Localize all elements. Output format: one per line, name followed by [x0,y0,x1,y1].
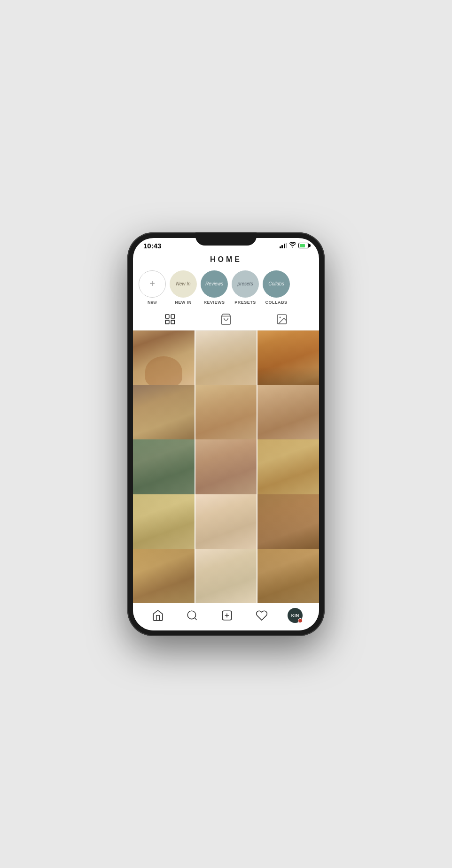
story-item-new-in[interactable]: New In NEW IN [170,270,197,305]
status-time: 10:43 [143,242,161,250]
story-text-collabs: Collabs [268,281,284,287]
story-circle-presets[interactable]: presets [232,270,259,298]
svg-rect-0 [166,315,170,318]
grid-cell-2[interactable] [195,330,257,392]
grid-icon [164,313,176,325]
nav-search[interactable] [184,607,201,624]
story-item-reviews[interactable]: Reviews REVIEWS [201,270,228,305]
svg-point-6 [279,316,281,318]
nav-add[interactable] [218,607,235,624]
add-icon [221,609,233,622]
tagged-icon [276,313,288,325]
story-label-new: New [148,300,157,305]
tab-grid[interactable] [163,312,177,326]
heart-icon [256,609,268,622]
story-label-collabs: COLLABS [265,300,288,305]
grid-cell-1[interactable] [133,330,195,392]
app-header: HOME [133,252,319,267]
grid-cell-7[interactable] [133,439,195,501]
page-title: HOME [210,255,242,263]
tab-shop[interactable] [219,312,233,326]
story-text-new-in: New In [176,281,190,287]
tabs-row [133,308,319,330]
avatar-text: KIN [291,613,299,618]
grid-cell-5[interactable] [195,385,257,446]
phone-frame: 10:43 [127,232,325,636]
story-circle-new[interactable]: + [139,270,166,298]
story-circle-new-in[interactable]: New In [170,270,197,298]
svg-line-8 [195,618,197,620]
story-plus-icon: + [149,278,155,289]
story-label-new-in: NEW IN [175,300,192,305]
grid-cell-10[interactable] [133,494,195,556]
nav-heart[interactable] [253,607,270,624]
svg-rect-3 [171,320,175,324]
story-text-presets: presets [238,281,253,287]
home-icon [152,609,164,622]
shop-icon [220,313,232,325]
battery-icon [298,243,309,248]
grid-cell-9[interactable] [257,439,319,501]
stories-row: + New New In NEW IN Reviews REVIEWS [133,267,319,308]
wifi-icon [289,242,296,249]
bottom-nav: KIN [133,603,319,630]
story-label-reviews: REVIEWS [203,300,225,305]
story-text-reviews: Reviews [205,281,223,287]
story-item-collabs[interactable]: Collabs COLLABS [263,270,290,305]
svg-rect-2 [166,320,170,324]
status-icons [280,242,309,249]
search-icon [186,609,198,622]
grid-cell-14[interactable] [195,549,257,602]
story-circle-reviews[interactable]: Reviews [201,270,228,298]
story-item-new[interactable]: + New [139,270,166,305]
grid-cell-8[interactable] [195,439,257,501]
svg-rect-1 [171,315,175,318]
story-item-presets[interactable]: presets PRESETS [232,270,259,305]
grid-cell-6[interactable] [257,385,319,446]
grid-cell-4[interactable] [133,385,195,446]
tab-tagged[interactable] [275,312,289,326]
phone-notch [195,232,257,246]
svg-point-7 [188,611,196,619]
nav-home[interactable] [149,607,166,624]
grid-cell-3[interactable] [257,330,319,392]
story-label-presets: PRESETS [234,300,256,305]
signal-icon [280,243,288,248]
nav-profile[interactable]: KIN [288,608,303,623]
story-circle-collabs[interactable]: Collabs [263,270,290,298]
grid-cell-12[interactable] [257,494,319,556]
photo-grid [133,330,319,603]
grid-cell-13[interactable] [133,549,195,602]
grid-cell-15[interactable] [257,549,319,602]
grid-cell-11[interactable] [195,494,257,556]
phone-screen: 10:43 [133,238,319,630]
